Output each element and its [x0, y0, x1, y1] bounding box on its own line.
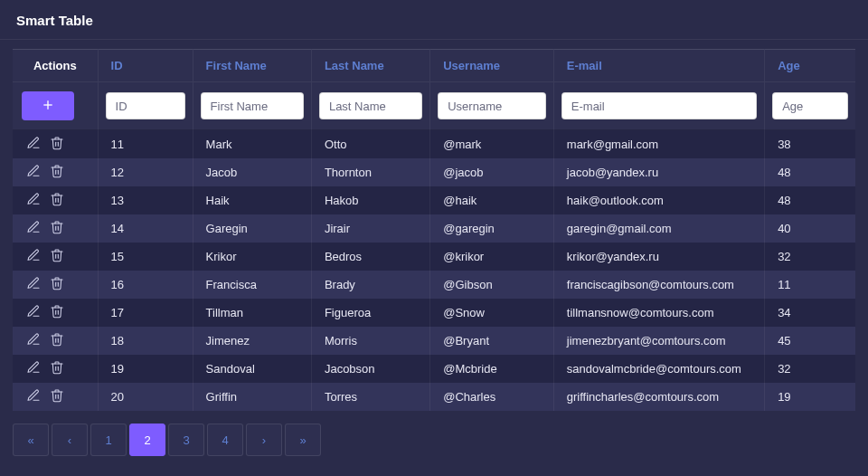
- cell-email: sandovalmcbride@comtours.com: [554, 355, 765, 383]
- page-last[interactable]: »: [285, 424, 321, 456]
- pencil-icon: [26, 164, 41, 181]
- add-row-button[interactable]: [22, 91, 74, 120]
- delete-button[interactable]: [45, 218, 69, 239]
- cell-email: mark@gmail.com: [554, 130, 765, 158]
- pencil-icon: [26, 248, 41, 265]
- filter-first-name[interactable]: [201, 92, 304, 119]
- edit-button[interactable]: [22, 218, 45, 239]
- filter-age[interactable]: [772, 92, 848, 119]
- page-3[interactable]: 3: [168, 424, 204, 456]
- trash-icon: [50, 304, 64, 321]
- delete-button[interactable]: [45, 134, 69, 155]
- pencil-icon: [26, 276, 41, 293]
- edit-button[interactable]: [22, 162, 45, 183]
- cell-username: @jacob: [430, 158, 554, 186]
- edit-button[interactable]: [22, 274, 45, 295]
- cell-email: tillmansnow@comtours.com: [554, 299, 765, 327]
- delete-button[interactable]: [45, 246, 69, 267]
- delete-button[interactable]: [45, 330, 69, 351]
- cell-id: 11: [99, 130, 193, 158]
- cell-age: 38: [765, 130, 855, 158]
- edit-button[interactable]: [22, 302, 45, 323]
- page-next[interactable]: ›: [246, 424, 282, 456]
- edit-button[interactable]: [22, 386, 45, 407]
- table-row: 20GriffinTorres@Charlesgriffincharles@co…: [13, 383, 855, 411]
- cell-id: 14: [99, 214, 193, 243]
- cell-id: 20: [99, 383, 193, 411]
- pencil-icon: [26, 360, 41, 377]
- filter-username[interactable]: [438, 92, 546, 119]
- column-header-last-name[interactable]: Last Name: [312, 49, 430, 82]
- cell-username: @Mcbride: [430, 355, 554, 383]
- cell-last-name: Torres: [312, 383, 430, 411]
- trash-icon: [50, 332, 64, 349]
- cell-first-name: Tillman: [193, 299, 312, 327]
- table-row: 18JimenezMorris@Bryantjimenezbryant@comt…: [13, 327, 855, 355]
- table-row: 19SandovalJacobson@Mcbridesandovalmcbrid…: [13, 355, 855, 383]
- cell-age: 45: [765, 327, 855, 355]
- cell-first-name: Jacob: [193, 158, 312, 186]
- cell-last-name: Hakob: [312, 186, 430, 214]
- filter-id[interactable]: [106, 92, 185, 119]
- cell-email: griffincharles@comtours.com: [554, 383, 765, 411]
- column-header-age[interactable]: Age: [765, 49, 855, 82]
- cell-first-name: Griffin: [193, 383, 312, 411]
- trash-icon: [50, 136, 64, 153]
- cell-age: 48: [765, 186, 855, 214]
- column-header-first-name[interactable]: First Name: [193, 49, 312, 82]
- edit-button[interactable]: [22, 330, 45, 351]
- cell-username: @krikor: [430, 243, 554, 271]
- column-header-row: Actions ID First Name Last Name Username…: [13, 49, 855, 82]
- pencil-icon: [26, 388, 41, 405]
- cell-last-name: Brady: [312, 271, 430, 299]
- edit-button[interactable]: [22, 190, 45, 211]
- filter-last-name[interactable]: [319, 92, 422, 119]
- pencil-icon: [26, 332, 41, 349]
- cell-username: @Gibson: [430, 271, 554, 299]
- trash-icon: [50, 248, 64, 265]
- edit-button[interactable]: [22, 134, 45, 155]
- pencil-icon: [26, 192, 41, 209]
- filter-email[interactable]: [561, 92, 757, 119]
- page-1[interactable]: 1: [90, 424, 127, 456]
- page-2[interactable]: 2: [129, 424, 165, 456]
- cell-username: @haik: [430, 186, 554, 214]
- cell-last-name: Jacobson: [312, 355, 430, 383]
- cell-email: garegin@gmail.com: [554, 214, 765, 243]
- cell-id: 16: [99, 271, 193, 299]
- table-row: 15KrikorBedros@krikorkrikor@yandex.ru32: [13, 243, 855, 271]
- trash-icon: [50, 276, 64, 293]
- table-row: 12JacobThornton@jacobjacob@yandex.ru48: [13, 158, 855, 186]
- column-header-actions: Actions: [13, 49, 99, 82]
- delete-button[interactable]: [45, 190, 69, 211]
- cell-username: @garegin: [430, 214, 554, 243]
- column-header-username[interactable]: Username: [430, 49, 554, 82]
- trash-icon: [50, 192, 64, 209]
- trash-icon: [50, 220, 64, 237]
- cell-id: 12: [99, 158, 193, 186]
- edit-button[interactable]: [22, 358, 45, 379]
- cell-id: 18: [99, 327, 193, 355]
- edit-button[interactable]: [22, 246, 45, 267]
- cell-id: 13: [99, 186, 193, 214]
- cell-last-name: Otto: [312, 130, 430, 158]
- delete-button[interactable]: [45, 302, 69, 323]
- page-first[interactable]: «: [13, 424, 49, 456]
- delete-button[interactable]: [45, 274, 69, 295]
- delete-button[interactable]: [45, 386, 69, 407]
- cell-username: @Charles: [430, 383, 554, 411]
- delete-button[interactable]: [45, 358, 69, 379]
- column-header-id[interactable]: ID: [99, 49, 193, 82]
- cell-id: 17: [99, 299, 193, 327]
- table-row: 16FranciscaBrady@Gibsonfranciscagibson@c…: [13, 271, 855, 299]
- table-row: 14GareginJirair@garegingaregin@gmail.com…: [13, 214, 855, 243]
- trash-icon: [50, 164, 64, 181]
- page-prev[interactable]: ‹: [52, 424, 88, 456]
- cell-username: @Snow: [430, 299, 554, 327]
- cell-username: @Bryant: [430, 327, 554, 355]
- column-header-email[interactable]: E-mail: [554, 49, 765, 82]
- page-4[interactable]: 4: [207, 424, 243, 456]
- delete-button[interactable]: [45, 162, 69, 183]
- pencil-icon: [26, 304, 41, 321]
- cell-age: 19: [765, 383, 855, 411]
